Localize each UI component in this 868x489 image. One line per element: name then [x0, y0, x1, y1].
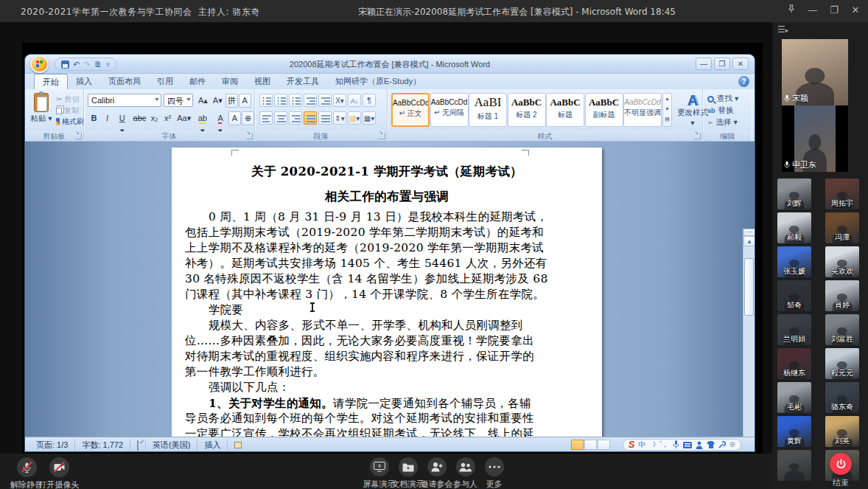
strikethrough-button[interactable]: abc: [131, 111, 148, 125]
restore-button[interactable]: ❐: [829, 4, 839, 15]
ribbon-tab-1[interactable]: 开始: [34, 74, 68, 89]
ime-punctuation-icon[interactable]: ’，: [659, 440, 668, 450]
shrink-font-button[interactable]: A▾: [211, 94, 225, 108]
paragraph-dialog-launcher[interactable]: [379, 133, 385, 139]
align-right-button[interactable]: [289, 111, 302, 125]
participant-tile-吴欢欢[interactable]: 吴欢欢: [825, 246, 859, 277]
participant-tile-刘辉[interactable]: 刘辉: [777, 178, 811, 209]
participant-tile-程元元[interactable]: 程元元: [825, 348, 859, 379]
close-button[interactable]: ✕: [850, 4, 861, 15]
find-button[interactable]: 查找 ▾: [707, 94, 738, 104]
subscript-button[interactable]: x₂: [148, 111, 161, 125]
participant-tile-张玉媛[interactable]: 张玉媛: [777, 246, 811, 277]
word-minimize-button[interactable]: —: [696, 58, 712, 70]
ime-skin-icon[interactable]: [707, 441, 715, 448]
ribbon-tab-3[interactable]: 页面布局: [100, 74, 149, 89]
ribbon-tab-8[interactable]: 开发工具: [279, 74, 327, 89]
participant-tile-冯潭[interactable]: 冯潭: [825, 212, 859, 243]
minimize-button[interactable]: —: [808, 4, 818, 15]
word-restore-button[interactable]: ❐: [714, 58, 730, 70]
vertical-scrollbar[interactable]: — ▲ ▼ ▲ ● ▼: [743, 229, 755, 437]
increase-indent-button[interactable]: [318, 94, 332, 107]
select-button[interactable]: ➢选择 ▾: [707, 117, 738, 128]
document-page[interactable]: 关于 2020-2021-1 学期开学考试（延期考试）相关工作的布置与强调0 周…: [172, 148, 602, 437]
screen-share-button[interactable]: 屏幕演示: [365, 457, 393, 489]
underline-button[interactable]: U ▾: [114, 111, 130, 125]
borders-button[interactable]: ▦▾: [363, 111, 376, 125]
style-tile-副标题[interactable]: AaBbC副标题: [585, 93, 623, 127]
bullets-button[interactable]: [259, 94, 273, 107]
font-name-combo[interactable]: Calibri: [88, 94, 161, 107]
ime-voice-icon[interactable]: [673, 440, 679, 449]
participant-tile-黄辉[interactable]: 黄辉: [777, 416, 811, 447]
numbering-button[interactable]: [274, 94, 287, 107]
grow-font-button[interactable]: A▴: [196, 94, 210, 108]
participant-tile-杨继东[interactable]: 杨继东: [777, 348, 811, 379]
ime-logo[interactable]: S: [629, 440, 635, 450]
superscript-button[interactable]: x²: [161, 111, 174, 125]
ime-keyboard-icon[interactable]: [683, 442, 692, 448]
scroll-up-button[interactable]: ▲: [743, 236, 755, 246]
bold-button[interactable]: B: [88, 111, 100, 125]
participant-tile-兰明娟[interactable]: 兰明娟: [777, 314, 811, 345]
ribbon-tab-2[interactable]: 插入: [68, 74, 100, 89]
italic-button[interactable]: I: [101, 111, 113, 125]
ribbon-tab-6[interactable]: 审阅: [214, 74, 246, 89]
participant-tile-邹奇[interactable]: 邹奇: [777, 280, 811, 311]
ime-expand-icon[interactable]: ⊕: [729, 440, 735, 450]
participants-button[interactable]: 参与人: [452, 457, 479, 489]
macro-record-icon[interactable]: [228, 441, 248, 450]
more-button[interactable]: 更多: [480, 457, 508, 489]
shading-button[interactable]: ▨▾: [348, 111, 361, 125]
distributed-button[interactable]: [318, 111, 332, 125]
copy-button[interactable]: 复制: [56, 105, 84, 116]
change-case-button[interactable]: Aa▾: [175, 111, 192, 125]
participant-tile-周拓宇[interactable]: 周拓宇: [825, 178, 859, 209]
word-count[interactable]: 字数: 1,772: [75, 440, 130, 451]
pinyin-guide-button[interactable]: 拼: [225, 94, 238, 108]
print-layout-view-button[interactable]: [571, 440, 584, 450]
styles-gallery-scroll[interactable]: ▲▼▤: [662, 93, 672, 127]
style-tile-标题 1[interactable]: AaBI标题 1: [469, 93, 507, 127]
scrollbar-thumb[interactable]: [744, 258, 754, 316]
style-tile-标题 2[interactable]: AaBbC标题 2: [508, 93, 546, 127]
ribbon-tab-5[interactable]: 邮件: [181, 74, 214, 89]
fullscreen-reading-view-button[interactable]: [584, 440, 597, 450]
split-handle-icon[interactable]: —: [743, 229, 755, 236]
doc-share-button[interactable]: 文档演示: [394, 457, 421, 489]
participant-tile-刘富胜[interactable]: 刘富胜: [825, 314, 859, 345]
ribbon-tab-7[interactable]: 视图: [246, 74, 279, 89]
replace-button[interactable]: ab替换: [707, 105, 734, 116]
multilevel-list-button[interactable]: [289, 94, 302, 107]
collapse-sidebar-icon[interactable]: ☰▸: [777, 24, 788, 35]
style-tile-标题[interactable]: AaBbC标题: [546, 93, 584, 127]
ime-account-icon[interactable]: [696, 441, 703, 449]
camera-on-button[interactable]: 打开摄像头: [38, 457, 80, 489]
justify-button[interactable]: [304, 111, 317, 125]
show-marks-button[interactable]: ¶: [363, 94, 376, 107]
ribbon-tab-4[interactable]: 引用: [149, 74, 181, 89]
participant-tile-毛彬[interactable]: 毛彬: [777, 382, 811, 413]
word-close-button[interactable]: ✕: [732, 58, 749, 70]
clipboard-dialog-launcher[interactable]: [75, 133, 82, 139]
end-meeting-button[interactable]: [830, 453, 852, 475]
char-shading-button[interactable]: A: [228, 111, 241, 125]
participant-tile-肖婷[interactable]: 肖婷: [825, 280, 859, 311]
ime-toolbox-icon[interactable]: [718, 441, 726, 448]
web-layout-view-button[interactable]: [598, 440, 610, 450]
char-border-button[interactable]: A: [239, 94, 251, 108]
align-left-button[interactable]: [259, 111, 273, 125]
line-spacing-button[interactable]: ⇕▾: [333, 111, 346, 125]
pin-icon[interactable]: [786, 4, 797, 15]
styles-dialog-launcher[interactable]: [694, 133, 701, 139]
align-center-button[interactable]: [274, 111, 287, 125]
participant-tile-刘英[interactable]: 刘英: [825, 416, 859, 447]
style-tile-正文[interactable]: AaBbCcDd↵ 正文: [391, 93, 430, 127]
format-painter-button[interactable]: 格式刷: [56, 116, 84, 127]
font-color-button[interactable]: A ▾: [213, 111, 228, 125]
highlight-button[interactable]: ab ▾: [193, 111, 212, 125]
font-size-combo[interactable]: 四号: [164, 94, 193, 107]
asian-layout-button[interactable]: X▾: [333, 94, 346, 107]
participant-tile[interactable]: [777, 450, 811, 481]
help-icon[interactable]: ?: [738, 76, 749, 87]
